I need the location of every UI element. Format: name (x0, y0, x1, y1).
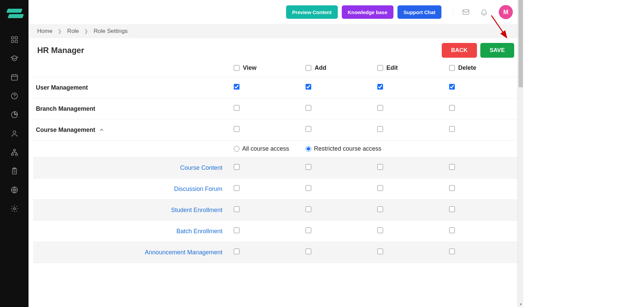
breadcrumb-role[interactable]: Role (67, 28, 79, 35)
svg-rect-10 (15, 154, 17, 155)
row-user-management: User Management (33, 77, 518, 98)
user-mgmt-view-checkbox[interactable] (234, 84, 239, 90)
batch-enroll-view-checkbox[interactable] (234, 227, 239, 233)
preview-content-button[interactable]: Preview Content (286, 5, 338, 19)
row-course-management: Course Management (33, 119, 518, 141)
topbar: Preview Content Knowledge base Support C… (29, 0, 523, 24)
nav-academics[interactable] (7, 51, 22, 66)
nav-orgchart[interactable] (7, 145, 22, 160)
announcement-view-checkbox[interactable] (234, 249, 239, 254)
svg-rect-3 (15, 40, 17, 43)
breadcrumb-current: Role Settings (94, 28, 127, 35)
sub-label-batch-enroll[interactable]: Batch Enrollment (33, 221, 231, 242)
course-content-delete-checkbox[interactable] (449, 164, 455, 170)
radio-all-course-access[interactable]: All course access (234, 145, 300, 152)
back-button[interactable]: BACK (442, 43, 477, 58)
svg-rect-2 (11, 40, 14, 43)
nav-tasks[interactable] (7, 163, 22, 179)
sub-label-announcement[interactable]: Announcement Management (33, 242, 231, 263)
sidebar (0, 0, 29, 307)
permissions-table-wrap: View Add Edit Delete User Management (29, 61, 523, 268)
notifications-button[interactable] (479, 7, 489, 17)
collapse-toggle-course-mgmt[interactable] (99, 127, 105, 133)
svg-rect-9 (11, 154, 13, 155)
batch-enroll-delete-checkbox[interactable] (449, 227, 455, 233)
knowledge-base-button[interactable]: Knowledge base (342, 5, 393, 19)
sub-label-course-content[interactable]: Course Content (33, 157, 231, 178)
user-avatar[interactable]: M (499, 5, 513, 19)
announcement-edit-checkbox[interactable] (377, 249, 383, 254)
nav-calendar[interactable] (7, 69, 22, 85)
clipboard-icon (10, 167, 18, 175)
select-all-add-checkbox[interactable] (306, 65, 311, 71)
student-enroll-view-checkbox[interactable] (234, 206, 239, 212)
row-label-branch-mgmt: Branch Management (36, 105, 228, 112)
help-circle-icon (10, 92, 18, 100)
nav-users[interactable] (7, 126, 22, 141)
course-mgmt-add-checkbox[interactable] (306, 126, 311, 132)
branch-mgmt-delete-checkbox[interactable] (449, 105, 455, 111)
discussion-add-checkbox[interactable] (306, 185, 311, 191)
row-course-content: Course Content (33, 157, 518, 178)
col-edit-label: Edit (386, 64, 398, 71)
course-content-add-checkbox[interactable] (306, 164, 311, 170)
radio-restricted-course-access-input[interactable] (306, 146, 311, 152)
sub-label-discussion[interactable]: Discussion Forum (33, 178, 231, 200)
announcement-delete-checkbox[interactable] (449, 249, 455, 254)
breadcrumb: Home ❯ Role ❯ Role Settings (29, 24, 523, 38)
radio-restricted-course-access[interactable]: Restricted course access (306, 145, 516, 152)
nav-dashboard[interactable] (7, 32, 22, 47)
branch-mgmt-edit-checkbox[interactable] (377, 105, 383, 111)
nav-settings[interactable] (7, 201, 22, 216)
scrollbar-thumb[interactable] (519, 0, 523, 87)
select-all-delete-checkbox[interactable] (449, 65, 455, 71)
nav-reports[interactable] (7, 107, 22, 122)
save-button[interactable]: SAVE (480, 43, 514, 58)
page-title: HR Manager (37, 46, 84, 55)
col-delete-label: Delete (458, 64, 476, 71)
row-student-enrollment: Student Enrollment (33, 200, 518, 221)
user-mgmt-add-checkbox[interactable] (306, 84, 311, 90)
discussion-edit-checkbox[interactable] (377, 185, 383, 191)
svg-rect-8 (13, 149, 15, 151)
branch-mgmt-view-checkbox[interactable] (234, 105, 239, 111)
gear-icon (10, 205, 18, 213)
student-enroll-delete-checkbox[interactable] (449, 206, 455, 212)
branch-mgmt-add-checkbox[interactable] (306, 105, 311, 111)
student-enroll-add-checkbox[interactable] (306, 206, 311, 212)
course-content-view-checkbox[interactable] (234, 164, 239, 170)
nav-web[interactable] (7, 182, 22, 198)
row-branch-management: Branch Management (33, 98, 518, 119)
col-add-label: Add (315, 64, 326, 71)
batch-enroll-add-checkbox[interactable] (306, 227, 311, 233)
course-mgmt-edit-checkbox[interactable] (377, 126, 383, 132)
scroll-down-arrow-icon[interactable]: ▾ (518, 301, 524, 307)
col-view-label: View (243, 64, 257, 71)
grid-icon (10, 36, 18, 44)
breadcrumb-home[interactable]: Home (37, 28, 52, 35)
support-chat-button[interactable]: Support Chat (397, 5, 441, 19)
nav-help[interactable] (7, 88, 22, 104)
row-batch-enrollment: Batch Enrollment (33, 221, 518, 242)
user-mgmt-delete-checkbox[interactable] (449, 84, 455, 90)
mail-button[interactable] (461, 7, 471, 17)
discussion-view-checkbox[interactable] (234, 185, 239, 191)
user-mgmt-edit-checkbox[interactable] (377, 84, 383, 90)
svg-point-14 (13, 208, 15, 210)
select-all-view-checkbox[interactable] (234, 65, 239, 71)
batch-enroll-edit-checkbox[interactable] (377, 227, 383, 233)
row-course-access-mode: All course access Restricted course acce… (33, 141, 518, 157)
svg-rect-15 (463, 10, 469, 14)
course-content-edit-checkbox[interactable] (377, 164, 383, 170)
svg-point-7 (13, 131, 16, 134)
course-mgmt-view-checkbox[interactable] (234, 126, 239, 132)
student-enroll-edit-checkbox[interactable] (377, 206, 383, 212)
discussion-delete-checkbox[interactable] (449, 185, 455, 191)
announcement-add-checkbox[interactable] (306, 249, 311, 254)
browser-scrollbar[interactable]: ▴ ▾ (518, 0, 523, 307)
radio-all-course-access-input[interactable] (234, 146, 239, 152)
course-mgmt-delete-checkbox[interactable] (449, 126, 455, 132)
svg-point-6 (14, 97, 14, 98)
sub-label-student-enroll[interactable]: Student Enrollment (33, 200, 231, 221)
select-all-edit-checkbox[interactable] (377, 65, 383, 71)
